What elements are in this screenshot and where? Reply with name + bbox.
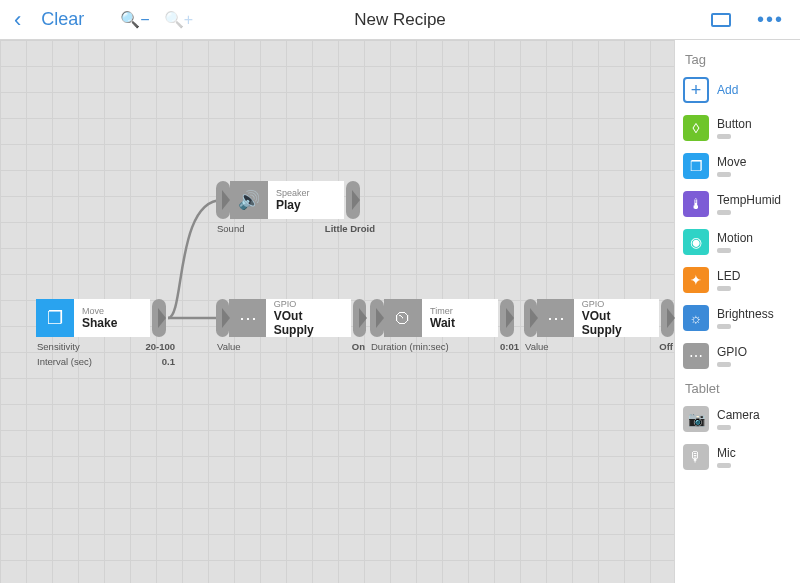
add-label: Add <box>717 83 738 97</box>
button-icon: ◊ <box>683 115 709 141</box>
node-gpio-off[interactable]: ⋯ GPIO VOut Supply ValueOff <box>524 299 674 354</box>
sidebar-item-label: Button <box>717 117 752 131</box>
node-shake[interactable]: ❐ Move Shake Sensitivity20-100 Interval … <box>36 299 176 369</box>
node-name: VOut Supply <box>274 309 343 337</box>
speaker-icon: 🔊 <box>230 181 268 219</box>
port-in[interactable] <box>524 299 537 337</box>
node-type: Move <box>82 306 142 316</box>
sidebar-item-label: LED <box>717 269 740 283</box>
node-gpio-on[interactable]: ⋯ GPIO VOut Supply ValueOn <box>216 299 366 354</box>
toolbar-left: ‹ Clear 🔍− 🔍+ <box>8 7 193 33</box>
sidebar-heading-tablet: Tablet <box>685 381 792 396</box>
canvas[interactable]: ❐ Move Shake Sensitivity20-100 Interval … <box>0 40 674 583</box>
port-in[interactable] <box>370 299 384 337</box>
node-name: Play <box>276 198 336 212</box>
sidebar-item-label: TempHumid <box>717 193 781 207</box>
node-name: Wait <box>430 316 490 330</box>
sidebar-item-label: Motion <box>717 231 753 245</box>
zoom-in-icon: 🔍+ <box>164 10 193 29</box>
port-out[interactable] <box>346 181 360 219</box>
page-title[interactable]: New Recipe <box>354 10 446 30</box>
sidebar-item-sub <box>717 172 731 177</box>
sidebar-item-sub <box>717 425 731 430</box>
move-icon: ❐ <box>36 299 74 337</box>
clear-button[interactable]: Clear <box>41 9 84 30</box>
node-name: Shake <box>82 316 142 330</box>
node-type: GPIO <box>582 299 651 309</box>
timer-icon: ⏲ <box>384 299 422 337</box>
gpio-icon: ⋯ <box>229 299 265 337</box>
port-in[interactable] <box>216 181 230 219</box>
node-type: Timer <box>430 306 490 316</box>
sidebar-item-sub <box>717 248 731 253</box>
param-row[interactable]: SoundLittle Droid <box>216 221 376 236</box>
param-row[interactable]: Interval (sec)0.1 <box>36 354 176 369</box>
sidebar-item-mic[interactable]: 🎙Mic <box>683 444 792 470</box>
param-row[interactable]: Duration (min:sec)0:01 <box>370 339 520 354</box>
temphumid-icon: 🌡 <box>683 191 709 217</box>
param-row[interactable]: ValueOn <box>216 339 366 354</box>
sidebar-item-move[interactable]: ❐Move <box>683 153 792 179</box>
sidebar-item-label: Brightness <box>717 307 774 321</box>
sidebar: Tag + Add ◊Button❐Move🌡TempHumid◉Motion✦… <box>674 40 800 583</box>
back-icon[interactable]: ‹ <box>8 7 27 33</box>
node-play[interactable]: 🔊 Speaker Play SoundLittle Droid <box>216 181 376 236</box>
sidebar-item-label: Camera <box>717 408 760 422</box>
port-out[interactable] <box>661 299 674 337</box>
sidebar-item-led[interactable]: ✦LED <box>683 267 792 293</box>
move-icon: ❐ <box>683 153 709 179</box>
node-type: Speaker <box>276 188 336 198</box>
sidebar-item-brightness[interactable]: ☼Brightness <box>683 305 792 331</box>
sidebar-item-sub <box>717 463 731 468</box>
gpio-icon: ⋯ <box>537 299 573 337</box>
add-tag-button[interactable]: + Add <box>683 77 792 103</box>
sidebar-item-sub <box>717 362 731 367</box>
sidebar-item-sub <box>717 324 731 329</box>
sidebar-item-motion[interactable]: ◉Motion <box>683 229 792 255</box>
sidebar-item-label: GPIO <box>717 345 747 359</box>
param-row[interactable]: ValueOff <box>524 339 674 354</box>
port-out[interactable] <box>500 299 514 337</box>
sidebar-item-sub <box>717 134 731 139</box>
node-name: VOut Supply <box>582 309 651 337</box>
canvas-icon[interactable] <box>711 13 731 27</box>
port-out[interactable] <box>152 299 166 337</box>
sidebar-item-temphumid[interactable]: 🌡TempHumid <box>683 191 792 217</box>
toolbar: ‹ Clear 🔍− 🔍+ New Recipe ••• <box>0 0 800 40</box>
zoom-group: 🔍− 🔍+ <box>120 10 193 29</box>
sidebar-item-label: Move <box>717 155 746 169</box>
node-type: GPIO <box>274 299 343 309</box>
more-icon[interactable]: ••• <box>757 8 784 31</box>
toolbar-right: ••• <box>711 8 792 31</box>
sidebar-item-camera[interactable]: 📷Camera <box>683 406 792 432</box>
brightness-icon: ☼ <box>683 305 709 331</box>
gpio-icon: ⋯ <box>683 343 709 369</box>
param-row[interactable]: Sensitivity20-100 <box>36 339 176 354</box>
zoom-out-icon[interactable]: 🔍− <box>120 10 149 29</box>
sidebar-heading-tag: Tag <box>685 52 792 67</box>
port-in[interactable] <box>216 299 229 337</box>
port-out[interactable] <box>353 299 366 337</box>
sidebar-item-label: Mic <box>717 446 736 460</box>
motion-icon: ◉ <box>683 229 709 255</box>
sidebar-item-button[interactable]: ◊Button <box>683 115 792 141</box>
sidebar-item-gpio[interactable]: ⋯GPIO <box>683 343 792 369</box>
mic-icon: 🎙 <box>683 444 709 470</box>
sidebar-item-sub <box>717 210 731 215</box>
camera-icon: 📷 <box>683 406 709 432</box>
node-wait[interactable]: ⏲ Timer Wait Duration (min:sec)0:01 <box>370 299 520 354</box>
workspace: ❐ Move Shake Sensitivity20-100 Interval … <box>0 40 800 583</box>
led-icon: ✦ <box>683 267 709 293</box>
sidebar-item-sub <box>717 286 731 291</box>
plus-icon: + <box>683 77 709 103</box>
